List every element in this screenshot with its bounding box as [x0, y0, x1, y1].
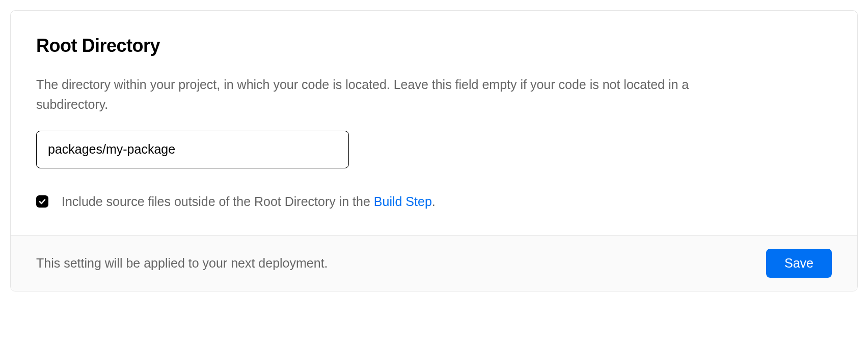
include-sources-label: Include source files outside of the Root… — [62, 193, 436, 211]
card-footer: This setting will be applied to your nex… — [11, 235, 857, 291]
include-sources-row: Include source files outside of the Root… — [36, 193, 832, 211]
root-directory-input[interactable] — [36, 131, 349, 168]
card-description: The directory within your project, in wh… — [36, 75, 749, 114]
label-text-after: . — [432, 194, 436, 209]
card-body: Root Directory The directory within your… — [11, 11, 857, 235]
save-button[interactable]: Save — [766, 249, 832, 278]
footer-note: This setting will be applied to your nex… — [36, 256, 328, 271]
label-text-before: Include source files outside of the Root… — [62, 194, 374, 209]
card-title: Root Directory — [36, 35, 832, 56]
include-sources-checkbox-wrapper — [36, 195, 48, 208]
build-step-link[interactable]: Build Step — [374, 194, 432, 209]
root-directory-card: Root Directory The directory within your… — [10, 10, 858, 291]
